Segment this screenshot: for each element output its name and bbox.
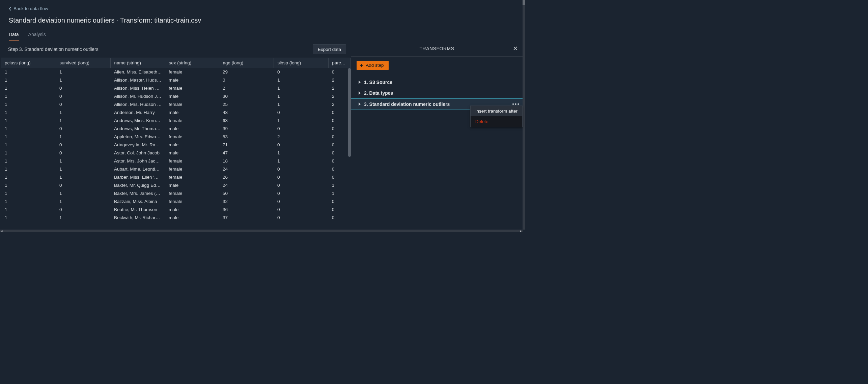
col-header-age[interactable]: age (long) bbox=[219, 58, 274, 68]
cell-survived: 1 bbox=[56, 198, 111, 206]
table-row[interactable]: 10Astor, Col. John Jacobmale4710 bbox=[1, 149, 351, 157]
cell-pclass: 1 bbox=[1, 100, 56, 109]
cell-sibsp: 0 bbox=[274, 173, 329, 181]
cell-parch: 1 bbox=[329, 181, 351, 189]
cell-sibsp: 0 bbox=[274, 68, 329, 76]
cell-survived: 1 bbox=[56, 109, 111, 117]
cell-survived: 0 bbox=[56, 141, 111, 149]
transform-step-1[interactable]: 1. S3 Source bbox=[357, 77, 517, 88]
cell-pclass: 1 bbox=[1, 68, 56, 76]
table-row[interactable]: 10Artagaveytia, Mr. Ramonmale7100 bbox=[1, 141, 351, 149]
cell-survived: 1 bbox=[56, 68, 111, 76]
cell-survived: 0 bbox=[56, 206, 111, 214]
cell-age: 39 bbox=[219, 125, 274, 133]
table-scrollbar[interactable] bbox=[348, 68, 351, 230]
transform-step-2[interactable]: 2. Data types bbox=[357, 88, 517, 98]
cell-age: 37 bbox=[219, 214, 274, 222]
cell-sibsp: 0 bbox=[274, 141, 329, 149]
table-row[interactable]: 11Andrews, Miss. Kornelia…female6310 bbox=[1, 117, 351, 125]
cell-sibsp: 0 bbox=[274, 214, 329, 222]
table-row[interactable]: 10Allison, Miss. Helen Lor…female212 bbox=[1, 84, 351, 92]
cell-pclass: 1 bbox=[1, 149, 56, 157]
table-row[interactable]: 11Beckwith, Mr. Richard L…male3700 bbox=[1, 214, 351, 222]
cell-survived: 0 bbox=[56, 149, 111, 157]
cell-name: Allison, Miss. Helen Lor… bbox=[111, 84, 165, 92]
col-header-pclass[interactable]: pclass (long) bbox=[1, 58, 56, 68]
table-row[interactable]: 10Allison, Mrs. Hudson J C…female2512 bbox=[1, 100, 351, 109]
close-icon[interactable]: ✕ bbox=[513, 45, 518, 52]
tab-data[interactable]: Data bbox=[9, 32, 19, 41]
menu-delete[interactable]: Delete bbox=[471, 116, 522, 127]
scroll-right-icon[interactable]: ► bbox=[519, 230, 523, 233]
cell-name: Andrews, Mr. Thomas Jr bbox=[111, 125, 165, 133]
window-scrollbar-horizontal[interactable]: ◄ ► bbox=[0, 230, 523, 232]
cell-sex: female bbox=[165, 198, 219, 206]
table-row[interactable]: 11Appleton, Mrs. Edward …female5320 bbox=[1, 133, 351, 141]
cell-sex: male bbox=[165, 181, 219, 189]
cell-survived: 0 bbox=[56, 84, 111, 92]
tab-analysis[interactable]: Analysis bbox=[28, 32, 46, 41]
col-header-sibsp[interactable]: sibsp (long) bbox=[274, 58, 329, 68]
cell-pclass: 1 bbox=[1, 117, 56, 125]
cell-age: 25 bbox=[219, 100, 274, 109]
cell-parch: 0 bbox=[329, 141, 351, 149]
cell-sibsp: 1 bbox=[274, 100, 329, 109]
cell-parch: 0 bbox=[329, 68, 351, 76]
table-row[interactable]: 11Anderson, Mr. Harrymale4800 bbox=[1, 109, 351, 117]
export-data-button[interactable]: Export data bbox=[313, 45, 346, 54]
cell-parch: 0 bbox=[329, 173, 351, 181]
cell-sex: male bbox=[165, 149, 219, 157]
cell-pclass: 1 bbox=[1, 109, 56, 117]
cell-name: Andrews, Miss. Kornelia… bbox=[111, 117, 165, 125]
cell-sibsp: 0 bbox=[274, 125, 329, 133]
plus-icon: + bbox=[360, 63, 363, 68]
cell-age: 71 bbox=[219, 141, 274, 149]
table-row[interactable]: 10Allison, Mr. Hudson Jos…male3012 bbox=[1, 92, 351, 100]
cell-sibsp: 1 bbox=[274, 157, 329, 165]
back-link[interactable]: Back to data flow bbox=[9, 6, 48, 11]
col-header-name[interactable]: name (string) bbox=[111, 58, 165, 68]
table-row[interactable]: 11Barber, Miss. Ellen 'Nellie'female2600 bbox=[1, 173, 351, 181]
table-row[interactable]: 10Beattie, Mr. Thomsonmale3600 bbox=[1, 206, 351, 214]
cell-sibsp: 0 bbox=[274, 198, 329, 206]
transform-step-label: 2. Data types bbox=[364, 90, 393, 96]
cell-sex: male bbox=[165, 76, 219, 84]
cell-age: 30 bbox=[219, 92, 274, 100]
transform-step-label: 3. Standard deviation numeric outliers bbox=[364, 101, 450, 107]
cell-sex: female bbox=[165, 165, 219, 173]
cell-sex: female bbox=[165, 84, 219, 92]
table-row[interactable]: 10Baxter, Mr. Quigg Edmo…male2401 bbox=[1, 181, 351, 189]
col-header-parch[interactable]: parch (long) bbox=[329, 58, 351, 68]
table-row[interactable]: 10Andrews, Mr. Thomas Jrmale3900 bbox=[1, 125, 351, 133]
scroll-left-icon[interactable]: ◄ bbox=[0, 230, 3, 233]
cell-pclass: 1 bbox=[1, 133, 56, 141]
cell-sibsp: 1 bbox=[274, 92, 329, 100]
table-row[interactable]: 11Baxter, Mrs. James (Hel…female5001 bbox=[1, 189, 351, 198]
data-pane: Step 3. Standard deviation numeric outli… bbox=[0, 41, 351, 230]
caret-right-icon bbox=[359, 91, 361, 95]
cell-survived: 1 bbox=[56, 214, 111, 222]
cell-pclass: 1 bbox=[1, 125, 56, 133]
window-scrollbar-vertical[interactable] bbox=[523, 0, 525, 230]
table-row[interactable]: 11Bazzani, Miss. Albinafemale3200 bbox=[1, 198, 351, 206]
cell-pclass: 1 bbox=[1, 173, 56, 181]
cell-age: 0 bbox=[219, 76, 274, 84]
table-row[interactable]: 11Aubart, Mme. Leontine …female2400 bbox=[1, 165, 351, 173]
table-row[interactable]: 11Allison, Master. Hudson…male012 bbox=[1, 76, 351, 84]
cell-age: 24 bbox=[219, 165, 274, 173]
cell-pclass: 1 bbox=[1, 206, 56, 214]
cell-age: 18 bbox=[219, 157, 274, 165]
table-row[interactable]: 11Allen, Miss. Elisabeth W…female2900 bbox=[1, 68, 351, 76]
cell-pclass: 1 bbox=[1, 214, 56, 222]
cell-sex: female bbox=[165, 68, 219, 76]
add-step-button[interactable]: + Add step bbox=[357, 61, 389, 70]
cell-age: 36 bbox=[219, 206, 274, 214]
cell-survived: 1 bbox=[56, 133, 111, 141]
col-header-sex[interactable]: sex (string) bbox=[165, 58, 219, 68]
col-header-survived[interactable]: survived (long) bbox=[56, 58, 111, 68]
cell-sibsp: 1 bbox=[274, 149, 329, 157]
table-row[interactable]: 11Astor, Mrs. John Jacob (…female1810 bbox=[1, 157, 351, 165]
cell-age: 63 bbox=[219, 117, 274, 125]
cell-sex: male bbox=[165, 109, 219, 117]
menu-insert-transform-after[interactable]: Insert transform after bbox=[471, 106, 522, 116]
